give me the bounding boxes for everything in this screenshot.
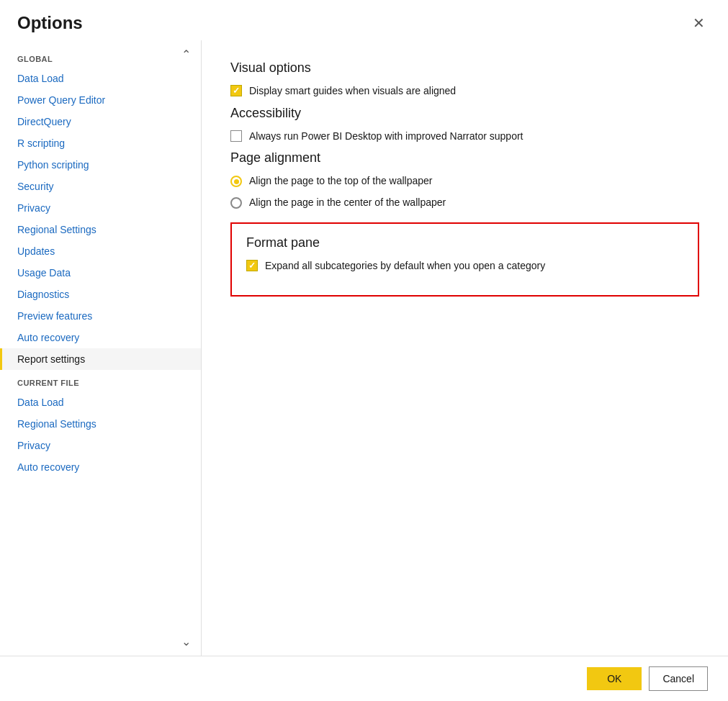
close-button[interactable]: ✕ [687, 13, 711, 33]
visual-options-section: Visual options Display smart guides when… [230, 60, 699, 99]
accessibility-title: Accessibility [230, 106, 699, 121]
ok-button[interactable]: OK [587, 667, 642, 690]
main-content: Visual options Display smart guides when… [202, 40, 728, 656]
page-alignment-section: Page alignment Align the page to the top… [230, 150, 699, 209]
narrator-support-label: Always run Power BI Desktop with improve… [249, 130, 523, 144]
current-file-section-header: CURRENT FILE [0, 370, 201, 392]
align-top-row: Align the page to the top of the wallpap… [230, 174, 699, 189]
align-center-radio[interactable] [230, 197, 242, 209]
sidebar-item-auto-recovery[interactable]: Auto recovery [0, 327, 201, 348]
sidebar-scroll: GLOBAL Data Load Power Query Editor Dire… [0, 40, 201, 656]
smart-guides-row: Display smart guides when visuals are al… [230, 84, 699, 99]
sidebar-item-data-load[interactable]: Data Load [0, 68, 201, 89]
options-dialog: Options ✕ GLOBAL Data Load Power Query E… [0, 0, 728, 701]
sidebar-item-r-scripting[interactable]: R scripting [0, 132, 201, 154]
sidebar-item-security[interactable]: Security [0, 176, 201, 197]
visual-options-title: Visual options [230, 60, 699, 76]
sidebar-item-report-settings[interactable]: Report settings [0, 348, 201, 370]
dialog-footer: OK Cancel [0, 656, 728, 701]
format-pane-title: Format pane [246, 235, 683, 250]
align-top-radio[interactable] [230, 176, 242, 187]
expand-subcategories-checkbox[interactable] [246, 260, 258, 271]
sidebar-item-cf-privacy[interactable]: Privacy [0, 435, 201, 456]
dialog-title: Options [17, 13, 83, 33]
align-top-label: Align the page to the top of the wallpap… [249, 174, 433, 189]
global-section-header: GLOBAL [0, 46, 201, 68]
scroll-up-button[interactable]: ⌃ [177, 46, 195, 63]
sidebar-item-privacy[interactable]: Privacy [0, 197, 201, 219]
narrator-support-checkbox[interactable] [230, 130, 242, 142]
smart-guides-checkbox[interactable] [230, 85, 242, 96]
align-center-label: Align the page in the center of the wall… [249, 196, 446, 210]
align-center-row: Align the page in the center of the wall… [230, 196, 699, 210]
sidebar-item-regional-settings[interactable]: Regional Settings [0, 219, 201, 240]
expand-subcategories-row: Expand all subcategories by default when… [246, 259, 683, 273]
page-alignment-title: Page alignment [230, 150, 699, 166]
narrator-support-row: Always run Power BI Desktop with improve… [230, 130, 699, 144]
sidebar-item-usage-data[interactable]: Usage Data [0, 262, 201, 284]
smart-guides-label: Display smart guides when visuals are al… [249, 84, 456, 99]
sidebar-item-preview-features[interactable]: Preview features [0, 305, 201, 327]
dialog-body: GLOBAL Data Load Power Query Editor Dire… [0, 40, 728, 656]
sidebar: GLOBAL Data Load Power Query Editor Dire… [0, 40, 202, 656]
format-pane-section: Format pane Expand all subcategories by … [230, 222, 699, 297]
sidebar-item-cf-data-load[interactable]: Data Load [0, 392, 201, 413]
dialog-header: Options ✕ [0, 0, 728, 40]
accessibility-section: Accessibility Always run Power BI Deskto… [230, 106, 699, 144]
sidebar-item-cf-regional-settings[interactable]: Regional Settings [0, 413, 201, 435]
expand-subcategories-label: Expand all subcategories by default when… [265, 259, 545, 273]
sidebar-item-cf-auto-recovery[interactable]: Auto recovery [0, 456, 201, 478]
scroll-down-button[interactable]: ⌄ [177, 633, 195, 650]
cancel-button[interactable]: Cancel [649, 666, 708, 691]
sidebar-item-diagnostics[interactable]: Diagnostics [0, 284, 201, 305]
sidebar-item-python-scripting[interactable]: Python scripting [0, 154, 201, 176]
sidebar-item-updates[interactable]: Updates [0, 240, 201, 262]
sidebar-item-directquery[interactable]: DirectQuery [0, 111, 201, 132]
sidebar-item-power-query-editor[interactable]: Power Query Editor [0, 89, 201, 111]
